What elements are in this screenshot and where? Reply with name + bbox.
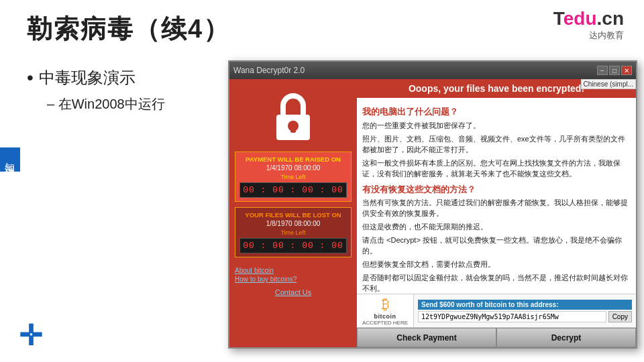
contact-us-link[interactable]: Contact Us [275, 288, 311, 296]
bottom-buttons: Check Payment Decrypt [357, 327, 636, 347]
check-payment-button[interactable]: Check Payment [357, 328, 496, 347]
p8: 是否随时都可以固定金额付款，就会恢复的吗，当然不是，推迟付款时间越长对你不利。 [362, 273, 631, 294]
p7: 但想要恢复全部文档，需要付款点费用。 [362, 259, 631, 270]
payment-label: Payment will be raised on [239, 156, 347, 163]
q1-heading: 我的电脑出了什么问题？ [362, 106, 631, 119]
lost-label: Your files will be lost on [239, 211, 347, 219]
window-controls[interactable]: − □ ✕ [597, 66, 632, 75]
bitcoin-send: Send $600 worth of bitcoin to this addre… [414, 294, 636, 327]
how-to-buy-link[interactable]: How to buy bitcoins? [235, 276, 352, 283]
padlock-icon [270, 91, 317, 145]
copy-button[interactable]: Copy [608, 311, 632, 322]
time-left-label: Time Left [239, 174, 347, 180]
p2: 照片、图片、文档、压缩包、音频、视频文件、exe文件等，几乎所有类型的文件都被加… [362, 134, 631, 156]
lost-date: 1/8/1970 08:00:00 [239, 220, 347, 227]
window-title: Wana Decrypt0r 2.0 [233, 66, 305, 75]
bitcoin-address: 12t9YDPgwueZ9NyMgw519p7AA8isjr6SMw [418, 311, 606, 322]
time-left-label2: Time Left [239, 229, 347, 236]
p5: 但这是收费的，也不能无限期的推迟。 [362, 222, 631, 233]
wanna-window: Wana Decrypt0r 2.0 − □ ✕ Payment will be… [228, 60, 637, 349]
bitcoin-symbol-icon: ₿ [382, 296, 389, 313]
page-title: 勒索病毒（续4） [27, 12, 230, 46]
address-box: 12t9YDPgwueZ9NyMgw519p7AA8isjr6SMw Copy [418, 311, 632, 322]
timer2: 00 : 00 : 00 : 00 [239, 238, 347, 253]
svg-rect-2 [290, 126, 296, 133]
bitcoin-area: ₿ bitcoin ACCEPTED HERE Send $600 worth … [357, 294, 636, 327]
close-button[interactable]: ✕ [621, 66, 632, 75]
minimize-button[interactable]: − [597, 66, 608, 75]
title-bar: Wana Decrypt0r 2.0 − □ ✕ [229, 62, 636, 79]
maximize-button[interactable]: □ [609, 66, 620, 75]
bitcoin-logo: ₿ bitcoin ACCEPTED HERE [357, 294, 414, 327]
lost-box: Your files will be lost on 1/8/1970 08:0… [235, 207, 352, 257]
wanna-body: Payment will be raised on 1/4/1970 08:00… [229, 79, 636, 347]
right-content: 我的电脑出了什么问题？ 您的一些重要文件被我加密保存了。 照片、图片、文档、压缩… [357, 98, 636, 294]
bitcoin-text: bitcoin [374, 313, 396, 320]
sidebar-label: 知识讲解 [0, 147, 20, 172]
logo-edu: edu [564, 8, 597, 29]
timer1: 00 : 00 : 00 : 00 [239, 182, 347, 198]
logo-subtitle: 达内教育 [589, 29, 624, 42]
bullet-sub: 在Win2008中运行 [47, 95, 165, 113]
q2-heading: 有没有恢复这些文档的方法？ [362, 184, 631, 196]
p1: 您的一些重要文件被我加密保存了。 [362, 121, 631, 131]
bullet-main: 中毒现象演示 [27, 67, 165, 88]
payment-date: 1/4/1970 08:00:00 [239, 164, 347, 172]
logo: Tedu.cn 达内教育 [553, 9, 624, 42]
payment-box: Payment will be raised on 1/4/1970 08:00… [235, 152, 352, 202]
p4: 当然有可恢复的方法。只能通过我们的解密服务才能恢复。我以人格担保，能够提供安全有… [362, 198, 631, 219]
logo-cn: cn [602, 8, 624, 29]
send-label: Send $600 worth of bitcoin to this addre… [418, 300, 632, 310]
right-panel: Ooops, your files have been encrypted! C… [357, 79, 636, 347]
p6: 请点击 <Decrypt> 按钮，就可以免费恢复一些文档。请您放心，我是绝不会骗… [362, 235, 631, 257]
decrypt-button[interactable]: Decrypt [496, 328, 636, 347]
p3: 这和一般文件损坏有本质上的区别。您大可在网上找找恢复文件的方法，我敢保证，没有我… [362, 158, 631, 180]
logo-t: T [553, 8, 564, 29]
language-selector[interactable]: Chinese (simpl... [581, 79, 636, 89]
bullets: 中毒现象演示 在Win2008中运行 [27, 67, 165, 113]
about-bitcoin-link[interactable]: About bitcoin [235, 267, 352, 274]
bitcoin-accepted-text: ACCEPTED HERE [362, 320, 408, 326]
about-links: About bitcoin How to buy bitcoins? [235, 267, 352, 284]
plus-icon: ✛ [19, 322, 42, 350]
left-panel: Payment will be raised on 1/4/1970 08:00… [229, 79, 357, 347]
